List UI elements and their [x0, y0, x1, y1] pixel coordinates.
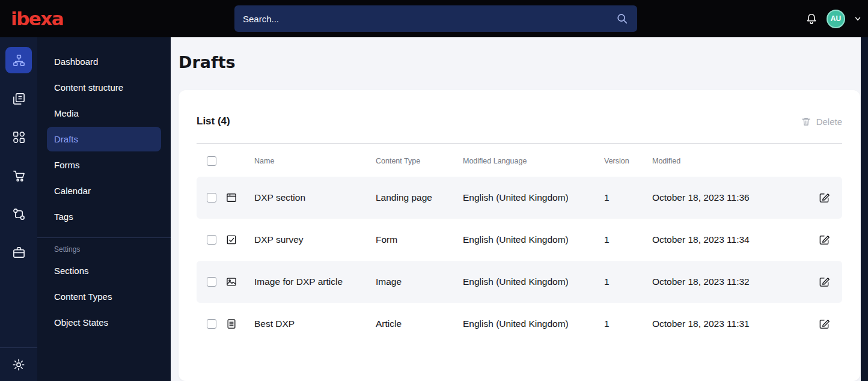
- edit-button[interactable]: [806, 192, 842, 204]
- row-version: 1: [604, 234, 652, 245]
- product-catalog-icon[interactable]: [5, 239, 32, 266]
- row-version: 1: [604, 319, 652, 329]
- list-count-title: List (4): [197, 115, 230, 127]
- col-modified-language: Modified Language: [463, 157, 604, 165]
- sidebar-nav: Dashboard Content structure Media Drafts…: [37, 37, 171, 381]
- sidebar-item-content-types[interactable]: Content Types: [47, 284, 161, 309]
- image-icon: [225, 276, 237, 288]
- notifications-bell-icon[interactable]: [805, 12, 818, 25]
- search-input[interactable]: [243, 14, 616, 24]
- sidebar-item-calendar[interactable]: Calendar: [47, 178, 161, 203]
- row-language: English (United Kingdom): [463, 192, 604, 203]
- settings-section-label: Settings: [37, 245, 171, 254]
- row-modified: October 18, 2023 11:36: [652, 192, 806, 203]
- row-checkbox[interactable]: [207, 319, 216, 329]
- page-title: Drafts: [179, 53, 236, 72]
- table-row[interactable]: Image for DXP article Image English (Uni…: [197, 261, 842, 303]
- row-name: DXP survey: [254, 234, 376, 245]
- row-name: Image for DXP article: [254, 276, 376, 287]
- sidebar-item-drafts[interactable]: Drafts: [47, 127, 161, 151]
- drafts-list-card: List (4) Delete Name Content Type Modifi…: [179, 90, 860, 381]
- ibexa-logo[interactable]: ibexa: [11, 8, 63, 29]
- row-checkbox[interactable]: [207, 235, 216, 245]
- row-modified: October 18, 2023 11:32: [652, 276, 806, 287]
- article-icon: [225, 318, 237, 330]
- content-structure-icon[interactable]: [5, 47, 32, 73]
- row-name: DXP section: [254, 192, 376, 203]
- col-content-type: Content Type: [376, 157, 463, 165]
- edit-icon: [818, 234, 830, 246]
- table-row[interactable]: DXP survey Form English (United Kingdom)…: [197, 219, 842, 261]
- blocks-icon[interactable]: [5, 124, 32, 150]
- edit-icon: [818, 318, 830, 330]
- sidebar-icon-rail: [0, 37, 37, 381]
- edit-button[interactable]: [806, 234, 842, 246]
- settings-gear-icon[interactable]: [12, 358, 25, 371]
- edit-icon: [818, 276, 830, 288]
- delete-button-label: Delete: [816, 117, 842, 127]
- sidebar-item-dashboard[interactable]: Dashboard: [47, 49, 161, 74]
- table-row[interactable]: Best DXP Article English (United Kingdom…: [197, 303, 842, 345]
- delete-button[interactable]: Delete: [801, 116, 842, 127]
- topbar: ibexa AU: [0, 0, 868, 37]
- sidebar-item-object-states[interactable]: Object States: [47, 310, 161, 335]
- list-head: List (4) Delete: [197, 90, 842, 127]
- row-content-type: Landing page: [376, 192, 463, 203]
- sidebar-item-sections[interactable]: Sections: [47, 258, 161, 283]
- sidebar-item-content-structure[interactable]: Content structure: [47, 75, 161, 100]
- sidebar-item-tags[interactable]: Tags: [47, 204, 161, 229]
- search-icon[interactable]: [616, 12, 629, 25]
- topbar-right: AU: [805, 0, 862, 37]
- edit-button[interactable]: [806, 276, 842, 288]
- col-modified: Modified: [652, 157, 806, 165]
- user-avatar[interactable]: AU: [827, 10, 845, 28]
- row-name: Best DXP: [254, 319, 376, 329]
- trash-icon: [801, 116, 811, 127]
- table-header: Name Content Type Modified Language Vers…: [197, 143, 842, 177]
- row-checkbox[interactable]: [207, 193, 216, 203]
- row-language: English (United Kingdom): [463, 234, 604, 245]
- landing-page-icon: [225, 192, 237, 204]
- col-version: Version: [604, 157, 652, 165]
- chevron-down-icon[interactable]: [854, 14, 862, 23]
- row-version: 1: [604, 192, 652, 203]
- edit-button[interactable]: [806, 318, 842, 330]
- sidebar-item-media[interactable]: Media: [47, 101, 161, 126]
- form-icon: [225, 234, 237, 246]
- row-modified: October 18, 2023 11:31: [652, 319, 806, 329]
- row-version: 1: [604, 276, 652, 287]
- select-all-checkbox[interactable]: [207, 156, 216, 166]
- cart-icon[interactable]: [5, 162, 32, 189]
- row-modified: October 18, 2023 11:34: [652, 234, 806, 245]
- row-content-type: Image: [376, 276, 463, 287]
- sidebar-item-forms[interactable]: Forms: [47, 153, 161, 177]
- row-checkbox[interactable]: [207, 277, 216, 287]
- rail-bottom: [0, 347, 37, 381]
- automation-icon[interactable]: [5, 201, 32, 227]
- row-content-type: Article: [376, 319, 463, 329]
- sidebar-settings-section: Settings Sections Content Types Object S…: [37, 237, 171, 335]
- right-edge-panel: [861, 37, 868, 381]
- content-icon[interactable]: [5, 85, 32, 112]
- row-language: English (United Kingdom): [463, 319, 604, 329]
- table-row[interactable]: DXP section Landing page English (United…: [197, 177, 842, 219]
- global-search[interactable]: [234, 5, 637, 32]
- col-name: Name: [254, 157, 376, 165]
- edit-icon: [818, 192, 830, 204]
- row-language: English (United Kingdom): [463, 276, 604, 287]
- row-content-type: Form: [376, 234, 463, 245]
